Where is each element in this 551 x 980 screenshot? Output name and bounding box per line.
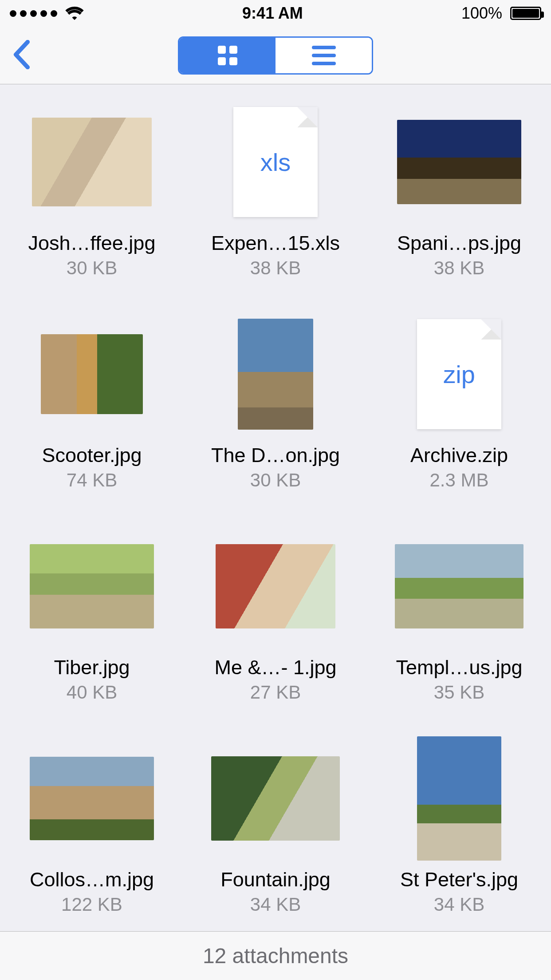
attachment-item[interactable]: Templ…us.jpg35 KB xyxy=(385,522,533,734)
attachment-item[interactable]: Scooter.jpg74 KB xyxy=(18,310,166,522)
view-mode-segment xyxy=(178,36,373,75)
footer-bar: 12 attachments xyxy=(0,931,551,980)
attachment-filename: Me &…- 1.jpg xyxy=(214,656,336,679)
list-view-button[interactable] xyxy=(276,38,372,73)
photo-thumbnail xyxy=(30,544,154,628)
attachment-filename: Expen…15.xls xyxy=(211,232,340,255)
wifi-icon xyxy=(65,7,84,20)
signal-dots-icon xyxy=(10,10,57,17)
list-icon xyxy=(312,46,336,65)
attachment-item[interactable]: The D…on.jpg30 KB xyxy=(201,310,350,522)
attachment-item[interactable]: St Peter's.jpg34 KB xyxy=(385,734,533,931)
attachment-thumbnail xyxy=(385,522,533,651)
attachment-thumbnail xyxy=(385,734,533,863)
attachment-filename: Scooter.jpg xyxy=(42,444,142,467)
photo-thumbnail xyxy=(32,118,152,206)
attachment-filesize: 30 KB xyxy=(250,470,301,491)
attachment-thumbnail xyxy=(18,522,166,651)
attachment-filename: Tiber.jpg xyxy=(54,656,130,679)
attachment-filesize: 2.3 MB xyxy=(429,470,488,491)
attachments-scroll[interactable]: Josh…ffee.jpg30 KBxlsExpen…15.xls38 KBSp… xyxy=(0,84,551,931)
photo-thumbnail xyxy=(30,757,154,840)
attachment-item[interactable]: Me &…- 1.jpg27 KB xyxy=(201,522,350,734)
photo-thumbnail xyxy=(211,756,340,841)
attachment-filesize: 34 KB xyxy=(250,894,301,915)
attachment-filename: Spani…ps.jpg xyxy=(397,232,521,255)
grid-icon xyxy=(218,46,237,65)
document-ext-label: xls xyxy=(260,148,291,177)
attachment-item[interactable]: Josh…ffee.jpg30 KB xyxy=(18,98,166,310)
attachment-filename: Collos…m.jpg xyxy=(30,868,154,891)
attachment-thumbnail xyxy=(385,98,533,226)
attachment-filesize: 38 KB xyxy=(250,257,301,279)
attachment-filename: Archive.zip xyxy=(410,444,508,467)
status-left xyxy=(10,7,84,20)
photo-thumbnail xyxy=(395,544,523,628)
status-right: 100% xyxy=(461,4,541,23)
attachment-item[interactable]: Spani…ps.jpg38 KB xyxy=(385,98,533,310)
attachment-item[interactable]: xlsExpen…15.xls38 KB xyxy=(201,98,350,310)
photo-thumbnail xyxy=(216,544,335,628)
attachment-filename: Templ…us.jpg xyxy=(396,656,522,679)
attachment-filename: Fountain.jpg xyxy=(220,868,331,891)
attachment-thumbnail: zip xyxy=(385,310,533,439)
attachment-filename: Josh…ffee.jpg xyxy=(28,232,156,255)
attachment-thumbnail xyxy=(201,734,350,863)
attachment-filesize: 40 KB xyxy=(67,682,117,703)
nav-bar xyxy=(0,27,551,84)
attachment-filename: St Peter's.jpg xyxy=(400,868,518,891)
status-time: 9:41 AM xyxy=(242,4,303,23)
photo-thumbnail xyxy=(238,319,313,430)
attachment-filesize: 34 KB xyxy=(434,894,484,915)
attachment-item[interactable]: Tiber.jpg40 KB xyxy=(18,522,166,734)
attachment-item[interactable]: Collos…m.jpg122 KB xyxy=(18,734,166,931)
attachment-filename: The D…on.jpg xyxy=(211,444,340,467)
attachment-thumbnail xyxy=(18,98,166,226)
attachment-filesize: 38 KB xyxy=(434,257,484,279)
attachment-filesize: 30 KB xyxy=(67,257,117,279)
photo-thumbnail xyxy=(417,736,501,861)
document-ext-label: zip xyxy=(443,360,475,389)
photo-thumbnail xyxy=(397,120,521,204)
attachment-filesize: 27 KB xyxy=(250,682,301,703)
attachment-thumbnail xyxy=(18,310,166,439)
grid-view-button[interactable] xyxy=(179,38,276,73)
status-bar: 9:41 AM 100% xyxy=(0,0,551,27)
battery-percent: 100% xyxy=(461,4,502,23)
attachment-item[interactable]: Fountain.jpg34 KB xyxy=(201,734,350,931)
attachments-grid: Josh…ffee.jpg30 KBxlsExpen…15.xls38 KBSp… xyxy=(18,98,533,931)
battery-icon xyxy=(510,7,541,20)
photo-thumbnail xyxy=(41,334,143,414)
attachment-filesize: 35 KB xyxy=(434,682,484,703)
attachment-thumbnail xyxy=(201,522,350,651)
document-icon: xls xyxy=(233,107,318,217)
attachment-thumbnail: xls xyxy=(201,98,350,226)
attachment-thumbnail xyxy=(201,310,350,439)
attachment-filesize: 122 KB xyxy=(61,894,122,915)
document-icon: zip xyxy=(417,319,501,429)
attachment-thumbnail xyxy=(18,734,166,863)
attachment-item[interactable]: zipArchive.zip2.3 MB xyxy=(385,310,533,522)
attachment-filesize: 74 KB xyxy=(67,470,117,491)
back-button[interactable] xyxy=(13,40,30,71)
attachment-count-label: 12 attachments xyxy=(203,944,348,968)
